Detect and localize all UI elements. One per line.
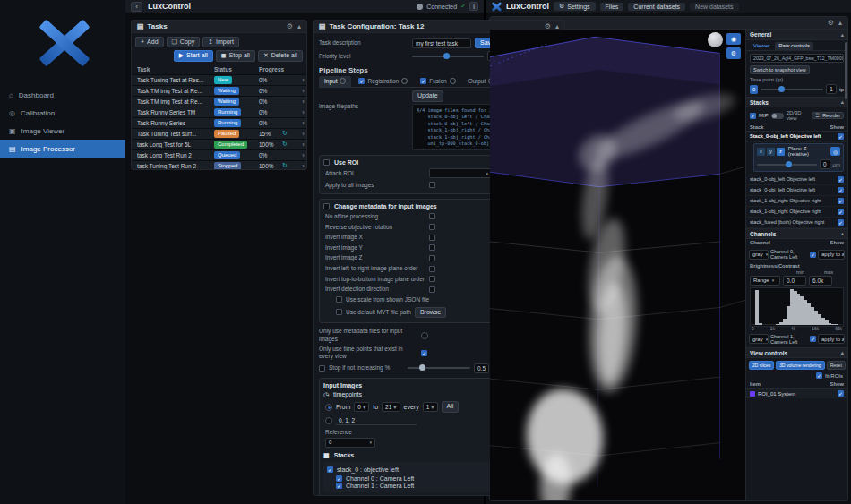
collapse-icon[interactable]: ▴ bbox=[841, 98, 844, 106]
sidebar-item-image-processor[interactable]: ▤ Image Processor bbox=[0, 140, 125, 158]
show-stack-checkbox[interactable] bbox=[838, 198, 844, 204]
to-input[interactable]: 21▾ bbox=[382, 402, 400, 412]
viewport-settings-button[interactable]: ⚙ bbox=[726, 47, 741, 59]
meta-checkbox[interactable] bbox=[429, 224, 435, 230]
2d-slices-button[interactable]: 2D slices bbox=[749, 361, 774, 370]
copy-task-button[interactable]: ❏Copy bbox=[167, 37, 201, 47]
table-row[interactable]: task Long Test for 5L Completed 100% ↻ › bbox=[132, 139, 306, 149]
apply-to-all-select[interactable]: apply to all▾ bbox=[818, 250, 845, 260]
snapshot-button[interactable]: ◉ bbox=[726, 33, 741, 45]
tab-fusion[interactable]: Fusion bbox=[415, 76, 461, 87]
gear-icon[interactable]: ⚙ bbox=[287, 22, 293, 30]
min-value[interactable]: 0.0 bbox=[783, 276, 806, 286]
stop-increasing-slider[interactable] bbox=[408, 367, 470, 369]
collapse-icon[interactable]: ▴ bbox=[841, 230, 844, 237]
show-stack-checkbox[interactable] bbox=[838, 176, 844, 183]
3d-volume-button[interactable]: 3D volume rendering bbox=[776, 361, 824, 370]
import-task-button[interactable]: ↥Import bbox=[202, 37, 239, 47]
change-metadata-checkbox[interactable] bbox=[323, 203, 330, 209]
sidebar-item-calibration[interactable]: ◎ Calibration bbox=[0, 104, 125, 122]
meta-checkbox[interactable] bbox=[429, 276, 435, 282]
all-timepoints-button[interactable]: All bbox=[442, 401, 460, 412]
gear-icon[interactable]: ⚙ bbox=[828, 19, 834, 27]
new-datasets-button[interactable]: New datasets bbox=[690, 3, 738, 11]
collapse-icon[interactable]: ▴ bbox=[297, 22, 301, 30]
plane-x-chip[interactable]: x bbox=[757, 148, 765, 156]
update-filepaths-button[interactable]: Update bbox=[412, 90, 443, 101]
table-row[interactable]: Task TM img Test at Re... Waiting 0% › bbox=[132, 85, 306, 96]
use-roi-checkbox[interactable] bbox=[323, 159, 330, 166]
show-channel-checkbox[interactable] bbox=[810, 252, 816, 258]
stack-row[interactable]: stack_0-obj_left Objective left bbox=[746, 175, 847, 185]
meta-checkbox[interactable] bbox=[429, 213, 435, 219]
stop-increasing-value[interactable]: 0.5 bbox=[474, 363, 489, 373]
channels-section-header[interactable]: Channels ▴ bbox=[746, 228, 847, 239]
reorder-button[interactable]: ☰Reorder bbox=[812, 112, 844, 120]
stack-checkbox[interactable] bbox=[327, 466, 333, 473]
switch-view-button[interactable]: Switch to snapshot view bbox=[750, 65, 810, 74]
plane-target-button[interactable]: ◎ bbox=[830, 147, 840, 156]
stack-row[interactable]: stack_0-obj_left Objective left bbox=[746, 185, 847, 196]
range-select[interactable]: Range▾ bbox=[750, 276, 780, 286]
info-button[interactable]: i bbox=[469, 2, 478, 11]
step-checkbox[interactable] bbox=[420, 78, 426, 84]
channel-checkbox[interactable] bbox=[336, 475, 342, 482]
meta-checkbox[interactable] bbox=[429, 235, 435, 241]
channel-color-select[interactable]: gray▾ bbox=[749, 334, 769, 344]
attach-roi-select[interactable]: ▾ bbox=[429, 168, 492, 178]
apply-to-all-select[interactable]: apply to all▾ bbox=[818, 334, 845, 344]
sidebar-item-dashboard[interactable]: ⌂ Dashboard bbox=[0, 86, 125, 104]
timepoint-max[interactable]: 1 bbox=[826, 84, 837, 94]
settings-button[interactable]: ⚙Settings bbox=[554, 2, 596, 11]
plane-z-chip[interactable]: z bbox=[777, 148, 785, 156]
channel-checkbox[interactable] bbox=[336, 483, 342, 489]
channel-color-select[interactable]: gray▾ bbox=[749, 250, 769, 260]
fit-rois-checkbox[interactable] bbox=[816, 372, 822, 379]
show-stack-checkbox[interactable] bbox=[838, 187, 844, 193]
meta-checkbox[interactable] bbox=[429, 244, 435, 251]
mvt-path-checkbox[interactable] bbox=[336, 309, 342, 315]
max-value[interactable]: 6.0k bbox=[809, 276, 832, 286]
plane-slider[interactable] bbox=[757, 164, 817, 166]
table-row[interactable]: task Long Test Run 2 Queued 0% › bbox=[132, 149, 306, 160]
orientation-sphere[interactable] bbox=[708, 32, 723, 47]
dataset-path[interactable]: 2023_07_26_Agl4_GFP_bsw_T12_TM0000_st bbox=[750, 54, 844, 63]
stack-row[interactable]: stack_1-obj_right Objective right bbox=[746, 207, 847, 218]
table-row[interactable]: Task Runny Series Running 0% › bbox=[132, 117, 306, 128]
table-row[interactable]: Task Tuning Test surf... Paused 15% ↻ › bbox=[132, 128, 306, 139]
histogram[interactable] bbox=[750, 287, 844, 327]
stop-increasing-checkbox[interactable] bbox=[319, 365, 325, 372]
only-timepoints-checkbox[interactable] bbox=[421, 350, 427, 356]
mip-checkbox[interactable] bbox=[750, 113, 756, 119]
reset-view-button[interactable]: Reset bbox=[827, 361, 846, 370]
tab-viewer[interactable]: Viewer bbox=[750, 42, 773, 50]
reference-select[interactable]: 0▾ bbox=[325, 438, 375, 448]
collapse-icon[interactable]: ▴ bbox=[838, 19, 842, 27]
show-stack-checkbox[interactable] bbox=[838, 219, 844, 226]
start-all-button[interactable]: ▶Start all bbox=[174, 50, 213, 61]
from-input[interactable]: 0▾ bbox=[354, 402, 369, 412]
tab-raw-controls[interactable]: Raw controls bbox=[775, 42, 813, 50]
show-stack-checkbox[interactable] bbox=[838, 133, 844, 140]
add-task-button[interactable]: +Add bbox=[135, 37, 164, 47]
sidebar-item-image-viewer[interactable]: ▣ Image Viewer bbox=[0, 122, 125, 140]
table-row[interactable]: task Tuning Test Run 2 Stopped 100% ↻ › bbox=[132, 160, 306, 170]
timepoint-current[interactable]: 0 bbox=[750, 85, 758, 94]
show-roi-checkbox[interactable] bbox=[838, 390, 844, 397]
stack-row[interactable]: Stack_0-obj_left Objective left bbox=[746, 132, 847, 142]
plane-value[interactable]: 0 bbox=[820, 159, 830, 169]
table-row[interactable]: Task TM img Test at Re... Waiting 0% › bbox=[132, 96, 306, 107]
tab-registration[interactable]: Registration bbox=[353, 76, 413, 87]
stacks-section-header[interactable]: Stacks ▴ bbox=[746, 97, 847, 107]
show-channel-checkbox[interactable] bbox=[810, 336, 816, 342]
show-stack-checkbox[interactable] bbox=[838, 209, 844, 215]
general-section-header[interactable]: General ▴ bbox=[746, 30, 847, 40]
table-row[interactable]: Task Tuning Test at Res... New 0% › bbox=[132, 74, 306, 85]
back-button[interactable]: ‹ bbox=[131, 2, 142, 12]
stop-all-button[interactable]: ◼Stop all bbox=[216, 50, 255, 61]
browse-button[interactable]: Browse bbox=[415, 307, 446, 318]
view-controls-section-header[interactable]: View controls ▴ bbox=[746, 347, 847, 358]
timepoint-slider[interactable] bbox=[761, 89, 823, 90]
collapse-icon[interactable]: ▴ bbox=[841, 349, 844, 356]
task-description-input[interactable] bbox=[412, 38, 471, 48]
